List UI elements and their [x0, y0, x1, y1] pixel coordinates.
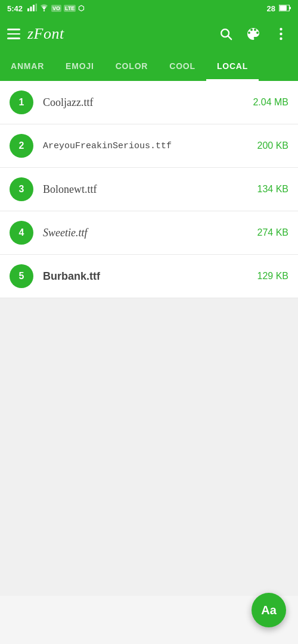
app-title: zFont [27, 25, 209, 43]
svg-point-4 [44, 10, 45, 11]
svg-point-11 [280, 33, 282, 35]
app-bar: zFont [0, 17, 298, 51]
fab-label: Aa [261, 604, 277, 617]
font-item-5[interactable]: 5 Burbank.ttf 129 KB [0, 255, 298, 298]
font-number-2: 2 [10, 134, 33, 158]
fab-font-button[interactable]: Aa [252, 593, 286, 627]
svg-line-9 [228, 36, 232, 39]
font-size-1: 2.04 MB [253, 97, 288, 108]
font-name-5: Burbank.ttf [43, 270, 248, 283]
font-size-4: 274 KB [257, 227, 288, 238]
tab-emoji[interactable]: EMOJI [55, 51, 105, 81]
tab-myanmar[interactable]: ANMAR [0, 51, 55, 81]
search-button[interactable] [216, 24, 236, 44]
empty-content-area [0, 298, 298, 596]
tab-bar: ANMAR EMOJI COLOR COOL LOCAL [0, 51, 298, 81]
wifi-icon [39, 4, 49, 13]
lte-icon: LTE [64, 5, 76, 12]
time-display: 5:42 [7, 4, 23, 13]
font-name-4: Sweetie.ttf [43, 227, 248, 239]
font-number-5: 5 [10, 264, 33, 288]
vo-icon: VO [51, 5, 61, 12]
status-right: 28 [267, 4, 291, 13]
font-size-3: 134 KB [257, 184, 288, 195]
bluetooth-icon: ⬡ [78, 4, 84, 12]
status-left: 5:42 VO LTE ⬡ [7, 4, 84, 13]
palette-button[interactable] [243, 24, 263, 44]
font-name-3: Bolonewt.ttf [43, 183, 248, 196]
font-number-1: 1 [10, 90, 33, 114]
font-number-3: 3 [10, 177, 33, 201]
font-item-4[interactable]: 4 Sweetie.ttf 274 KB [0, 211, 298, 255]
font-item-1[interactable]: 1 Cooljazz.ttf 2.04 MB [0, 81, 298, 124]
font-size-5: 129 KB [257, 271, 288, 282]
tab-cool[interactable]: COOL [159, 51, 206, 81]
svg-point-12 [280, 37, 282, 40]
font-name-2: AreyouFreakinSerious.ttf [43, 141, 248, 151]
svg-rect-6 [280, 5, 287, 10]
font-item-2[interactable]: 2 AreyouFreakinSerious.ttf 200 KB [0, 124, 298, 168]
font-size-2: 200 KB [257, 140, 288, 151]
font-list: 1 Cooljazz.ttf 2.04 MB 2 AreyouFreakinSe… [0, 81, 298, 298]
signal-icon [27, 4, 37, 13]
svg-rect-3 [36, 4, 38, 11]
svg-rect-2 [33, 5, 35, 11]
menu-button[interactable] [7, 29, 20, 39]
battery-percent: 28 [267, 4, 275, 13]
font-number-4: 4 [10, 221, 33, 245]
font-item-3[interactable]: 3 Bolonewt.ttf 134 KB [0, 168, 298, 211]
svg-rect-1 [30, 7, 32, 11]
more-options-button[interactable] [271, 24, 291, 44]
battery-icon [279, 4, 291, 13]
tab-local[interactable]: LOCAL [206, 51, 259, 81]
svg-rect-0 [27, 8, 29, 11]
svg-point-10 [280, 28, 282, 30]
svg-rect-7 [290, 7, 291, 9]
tab-color[interactable]: COLOR [105, 51, 159, 81]
status-bar: 5:42 VO LTE ⬡ 28 [0, 0, 298, 17]
font-name-1: Cooljazz.ttf [43, 96, 243, 109]
